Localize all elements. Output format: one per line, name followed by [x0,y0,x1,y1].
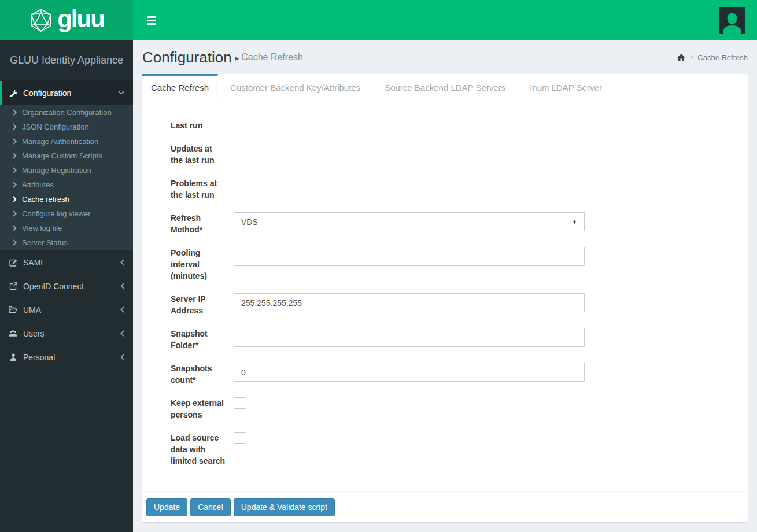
field-label: Load source data with limited search [171,432,226,467]
users-icon [9,330,17,337]
sidebar-item-saml[interactable]: SAML [0,250,133,274]
field-row-pooling-interval: Pooling interval (minutes) [171,247,727,282]
configuration-submenu: Organization Configuration JSON Configur… [0,105,133,250]
chevron-right-icon [13,239,17,246]
sidebar-subitem[interactable]: Configure log viewer [0,206,133,221]
sidebar-subitem[interactable]: Manage Authentication [0,134,133,149]
user-avatar[interactable] [719,7,745,34]
sidebar-subitem[interactable]: View log file [0,221,133,235]
folder-open-icon [9,306,17,313]
cancel-button[interactable]: Cancel [190,498,231,516]
field-label: Pooling interval (minutes) [171,247,226,282]
sidebar-item-personal[interactable]: Personal [0,345,133,369]
keep-external-persons-checkbox[interactable] [234,397,245,409]
wrench-icon [9,89,17,97]
sidebar-item-label: SAML [23,258,45,267]
content-header: Configuration ▸ Cache Refresh > Cache Re… [142,40,748,74]
edit-icon [9,258,17,267]
load-source-data-checkbox[interactable] [234,432,245,444]
sidebar-subitem-label: Manage Authentication [22,137,98,146]
sidebar-subitem[interactable]: Attributes [0,178,133,192]
main-content: Configuration ▸ Cache Refresh > Cache Re… [133,40,757,532]
sidebar-item-label: OpenID Connect [23,282,83,291]
breadcrumb: > Cache Refresh [677,53,748,62]
chevron-right-icon [13,210,17,217]
field-label: Keep external persons [171,397,226,420]
field-row-snapshots-count: Snapshots count* [171,363,727,386]
tab-inum-ldap-server[interactable]: Inum LDAP Server [518,74,614,99]
appliance-title: GLUU Identity Appliance [0,40,133,81]
sidebar-item-openid-connect[interactable]: OpenID Connect [0,274,133,298]
server-ip-address-input[interactable] [234,293,585,312]
tab-customer-backend-key-attributes[interactable]: Customer Backend Key/Attributes [218,74,372,99]
update-button[interactable]: Update [146,498,187,516]
sidebar-subitem[interactable]: JSON Configuration [0,120,133,134]
update-and-validate-script-button[interactable]: Update & Validate script [234,498,335,516]
breadcrumb-separator: > [689,53,693,61]
sidebar-item-configuration[interactable]: Configuration [0,81,133,105]
chevron-down-icon [118,91,124,95]
field-label: Snapshot Folder* [171,328,226,351]
sidebar-item-label: Configuration [23,88,71,98]
sidebar-subitem-label: Organization Configuration [22,108,112,117]
snapshots-count-input[interactable] [234,363,585,382]
form-actions: Update Cancel Update & Validate script [142,491,748,522]
sidebar-item-label: Users [23,329,45,338]
field-row-load-source-data: Load source data with limited search [171,432,727,467]
chevron-left-icon [120,259,124,265]
sidebar-subitem-label: Attributes [22,180,54,189]
tab-source-backend-ldap-servers[interactable]: Source Backend LDAP Servers [372,74,518,99]
field-label: Snapshots count* [171,363,226,386]
sidebar-item-uma[interactable]: UMA [0,298,133,322]
problems-at-last-run-value [234,178,585,178]
refresh-method-select[interactable]: VDS ▼ [234,212,585,231]
chevron-right-icon [13,124,17,130]
user-icon [9,353,17,361]
caret-right-icon: ▸ [235,54,239,62]
page-subtitle: Cache Refresh [241,52,303,62]
cache-refresh-form: Last run Updates at the last run Problem… [142,99,748,491]
field-label: Server IP Address [171,293,226,316]
field-label: Problems at the last run [171,178,226,201]
tab-cache-refresh[interactable]: Cache Refresh [142,74,218,99]
field-label: Updates at the last run [171,143,226,166]
sidebar: GLUU Identity Appliance Configuration Or… [0,40,133,532]
gluu-polyhedron-icon [29,8,53,32]
field-row-refresh-method: Refresh Method* VDS ▼ [171,212,727,235]
cache-refresh-panel: Cache Refresh Customer Backend Key/Attri… [142,74,748,522]
sidebar-subitem-label: Configure log viewer [22,209,91,218]
chevron-right-icon [13,109,17,116]
page-title-text: Configuration [142,49,232,66]
last-run-value [234,120,585,120]
sidebar-subitem[interactable]: Manage Registration [0,163,133,178]
sidebar-item-users[interactable]: Users [0,322,133,345]
field-row-problems-at-last-run: Problems at the last run [171,178,727,201]
snapshot-folder-input[interactable] [234,328,585,347]
sidebar-item-label: Personal [23,353,55,362]
tab-bar: Cache Refresh Customer Backend Key/Attri… [142,74,748,99]
select-dropdown-arrow-icon: ▼ [572,219,577,225]
pooling-interval-input[interactable] [234,247,585,266]
sidebar-subitem[interactable]: Organization Configuration [0,105,133,120]
chevron-left-icon [120,306,124,313]
sidebar-subitem-label: Manage Custom Scripts [22,152,102,160]
chevron-right-icon [13,138,17,145]
external-link-icon [9,282,17,290]
sidebar-subitem-label: Manage Registration [22,166,91,175]
sidebar-subitem[interactable]: Manage Custom Scripts [0,149,133,163]
field-label: Last run [171,120,226,131]
chevron-right-icon [13,153,17,159]
brand-logo[interactable]: gluu [0,0,133,40]
field-row-last-run: Last run [171,120,727,131]
field-row-snapshot-folder: Snapshot Folder* [171,328,727,351]
sidebar-toggle-button[interactable] [142,0,161,40]
chevron-right-icon [13,196,17,202]
top-navbar: gluu [0,0,757,40]
sidebar-subitem-label: Server Status [22,238,68,247]
brand-logo-text: gluu [57,7,104,31]
page-title: Configuration ▸ Cache Refresh [142,49,303,66]
field-row-keep-external-persons: Keep external persons [171,397,727,420]
sidebar-subitem[interactable]: Cache refresh [0,192,133,206]
home-icon[interactable] [677,54,685,61]
sidebar-subitem[interactable]: Server Status [0,235,133,250]
